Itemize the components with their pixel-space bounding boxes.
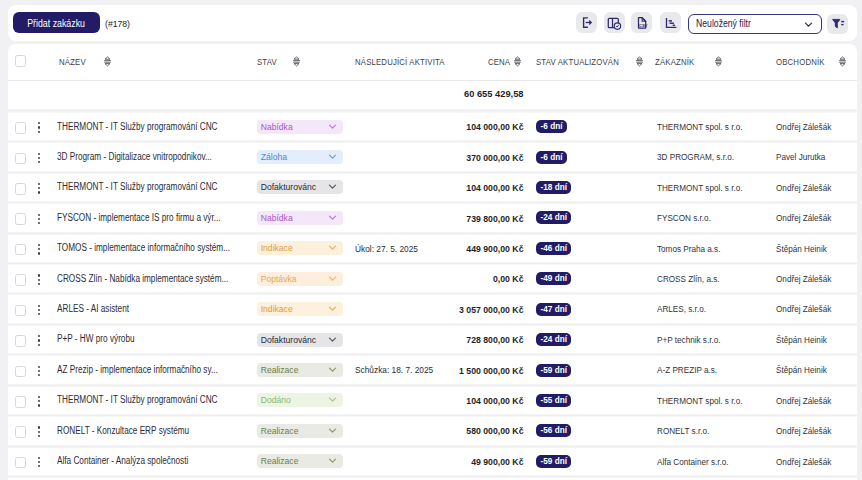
svg-text:CSV: CSV — [639, 23, 647, 28]
